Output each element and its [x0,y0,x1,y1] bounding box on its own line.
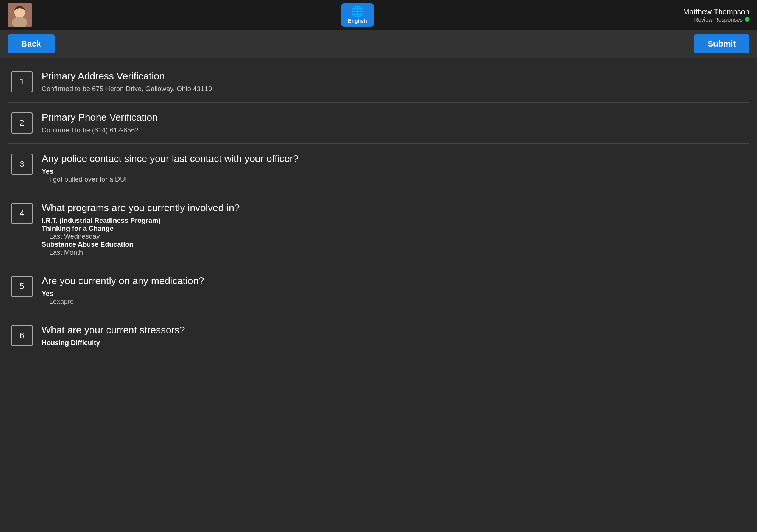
question-body: Primary Address VerificationConfirmed to… [42,70,746,93]
user-name: Matthew Thompson [683,8,749,16]
question-item: 3Any police contact since your last cont… [8,144,749,193]
content: 1Primary Address VerificationConfirmed t… [0,58,757,372]
nav-bar: Back Submit [0,30,757,58]
question-number: 2 [11,112,33,134]
avatar-image [8,3,32,27]
question-number: 1 [11,71,33,92]
review-responses-label: Review Responses [694,16,743,23]
answer-text: Confirmed to be (614) 612-8562 [42,126,746,134]
question-number: 3 [11,154,33,175]
question-body: Primary Phone VerificationConfirmed to b… [42,112,746,134]
question-item: 2Primary Phone VerificationConfirmed to … [8,103,749,144]
language-button[interactable]: 🌐 English [341,3,374,27]
question-item: 6What are your current stressors?Housing… [8,315,749,356]
question-body: What are your current stressors?Housing … [42,324,746,347]
question-title: Are you currently on any medication? [42,275,746,287]
question-number: 6 [11,325,33,346]
question-body: Are you currently on any medication?YesL… [42,275,746,306]
question-title: Any police contact since your last conta… [42,153,746,165]
avatar [8,3,32,27]
question-title: Primary Address Verification [42,70,746,82]
header-right: Matthew Thompson Review Responses [683,8,749,23]
answer-text: Last Wednesday [49,233,746,241]
review-responses: Review Responses [694,16,749,23]
answer-text: Thinking for a Change [42,225,746,233]
submit-button[interactable]: Submit [694,34,749,53]
answer-text: Housing Difficulty [42,339,746,347]
answer-text: I.R.T. (Industrial Readiness Program) [42,217,746,225]
header: 🌐 English Matthew Thompson Review Respon… [0,0,757,30]
status-dot [745,17,749,22]
question-item: 4What programs are you currently involve… [8,193,749,266]
question-body: Any police contact since your last conta… [42,153,746,184]
question-number: 5 [11,276,33,297]
answer-text: Yes [42,290,746,298]
svg-point-4 [16,11,23,16]
language-label: English [348,18,367,24]
question-item: 1Primary Address VerificationConfirmed t… [8,61,749,103]
question-title: What programs are you currently involved… [42,202,746,214]
header-left [8,3,32,27]
answer-text: Lexapro [49,298,746,306]
answer-text: Substance Abuse Education [42,241,746,249]
question-title: What are your current stressors? [42,324,746,336]
answer-text: Confirmed to be 675 Heron Drive, Gallowa… [42,85,746,93]
question-title: Primary Phone Verification [42,112,746,123]
answer-text: Yes [42,168,746,176]
answer-text: Last Month [49,249,746,257]
question-number: 4 [11,203,33,224]
answer-text: I got pulled over for a DUI [49,176,746,184]
globe-icon: 🌐 [351,6,364,17]
question-item: 5Are you currently on any medication?Yes… [8,266,749,315]
header-center: 🌐 English [341,3,374,27]
back-button[interactable]: Back [8,34,55,53]
question-body: What programs are you currently involved… [42,202,746,257]
